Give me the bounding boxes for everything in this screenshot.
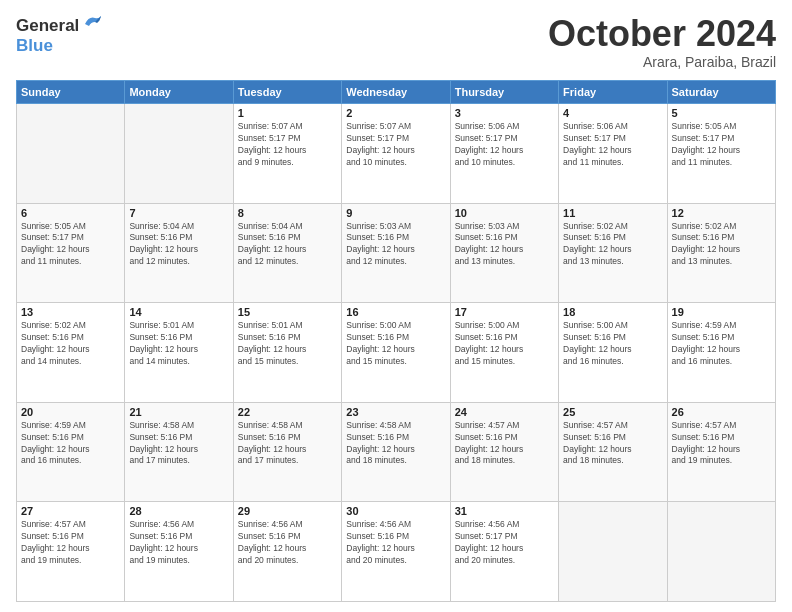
day-number: 12: [672, 207, 771, 219]
day-info: Sunrise: 4:56 AM Sunset: 5:17 PM Dayligh…: [455, 519, 554, 567]
calendar-cell: 12Sunrise: 5:02 AM Sunset: 5:16 PM Dayli…: [667, 203, 775, 303]
calendar-cell: 30Sunrise: 4:56 AM Sunset: 5:16 PM Dayli…: [342, 502, 450, 602]
day-info: Sunrise: 5:05 AM Sunset: 5:17 PM Dayligh…: [21, 221, 120, 269]
calendar-cell: 1Sunrise: 5:07 AM Sunset: 5:17 PM Daylig…: [233, 104, 341, 204]
day-number: 7: [129, 207, 228, 219]
calendar-header-row: SundayMondayTuesdayWednesdayThursdayFrid…: [17, 81, 776, 104]
day-number: 17: [455, 306, 554, 318]
day-info: Sunrise: 5:03 AM Sunset: 5:16 PM Dayligh…: [346, 221, 445, 269]
calendar-cell: 9Sunrise: 5:03 AM Sunset: 5:16 PM Daylig…: [342, 203, 450, 303]
day-info: Sunrise: 4:56 AM Sunset: 5:16 PM Dayligh…: [129, 519, 228, 567]
day-info: Sunrise: 5:01 AM Sunset: 5:16 PM Dayligh…: [129, 320, 228, 368]
logo-blue: Blue: [16, 36, 53, 56]
month-title: October 2024: [548, 16, 776, 52]
calendar-cell: 22Sunrise: 4:58 AM Sunset: 5:16 PM Dayli…: [233, 402, 341, 502]
day-info: Sunrise: 4:56 AM Sunset: 5:16 PM Dayligh…: [238, 519, 337, 567]
calendar-cell: 21Sunrise: 4:58 AM Sunset: 5:16 PM Dayli…: [125, 402, 233, 502]
day-info: Sunrise: 4:58 AM Sunset: 5:16 PM Dayligh…: [346, 420, 445, 468]
day-of-week-header: Friday: [559, 81, 667, 104]
day-info: Sunrise: 5:03 AM Sunset: 5:16 PM Dayligh…: [455, 221, 554, 269]
day-info: Sunrise: 5:06 AM Sunset: 5:17 PM Dayligh…: [455, 121, 554, 169]
day-number: 31: [455, 505, 554, 517]
calendar-cell: 14Sunrise: 5:01 AM Sunset: 5:16 PM Dayli…: [125, 303, 233, 403]
calendar-cell: 11Sunrise: 5:02 AM Sunset: 5:16 PM Dayli…: [559, 203, 667, 303]
day-info: Sunrise: 4:57 AM Sunset: 5:16 PM Dayligh…: [21, 519, 120, 567]
day-info: Sunrise: 5:06 AM Sunset: 5:17 PM Dayligh…: [563, 121, 662, 169]
day-number: 4: [563, 107, 662, 119]
day-of-week-header: Monday: [125, 81, 233, 104]
day-info: Sunrise: 5:01 AM Sunset: 5:16 PM Dayligh…: [238, 320, 337, 368]
calendar-cell: [17, 104, 125, 204]
calendar-cell: 2Sunrise: 5:07 AM Sunset: 5:17 PM Daylig…: [342, 104, 450, 204]
day-number: 18: [563, 306, 662, 318]
calendar-cell: [559, 502, 667, 602]
calendar-cell: 6Sunrise: 5:05 AM Sunset: 5:17 PM Daylig…: [17, 203, 125, 303]
calendar-cell: 28Sunrise: 4:56 AM Sunset: 5:16 PM Dayli…: [125, 502, 233, 602]
calendar-cell: 31Sunrise: 4:56 AM Sunset: 5:17 PM Dayli…: [450, 502, 558, 602]
day-number: 10: [455, 207, 554, 219]
day-info: Sunrise: 5:02 AM Sunset: 5:16 PM Dayligh…: [21, 320, 120, 368]
day-info: Sunrise: 5:00 AM Sunset: 5:16 PM Dayligh…: [346, 320, 445, 368]
calendar-table: SundayMondayTuesdayWednesdayThursdayFrid…: [16, 80, 776, 602]
day-number: 8: [238, 207, 337, 219]
day-info: Sunrise: 5:07 AM Sunset: 5:17 PM Dayligh…: [346, 121, 445, 169]
day-info: Sunrise: 4:57 AM Sunset: 5:16 PM Dayligh…: [455, 420, 554, 468]
calendar-cell: 29Sunrise: 4:56 AM Sunset: 5:16 PM Dayli…: [233, 502, 341, 602]
calendar-cell: 17Sunrise: 5:00 AM Sunset: 5:16 PM Dayli…: [450, 303, 558, 403]
calendar-week-row: 20Sunrise: 4:59 AM Sunset: 5:16 PM Dayli…: [17, 402, 776, 502]
day-number: 29: [238, 505, 337, 517]
day-number: 14: [129, 306, 228, 318]
day-number: 15: [238, 306, 337, 318]
calendar-week-row: 27Sunrise: 4:57 AM Sunset: 5:16 PM Dayli…: [17, 502, 776, 602]
day-info: Sunrise: 4:59 AM Sunset: 5:16 PM Dayligh…: [672, 320, 771, 368]
day-number: 22: [238, 406, 337, 418]
day-info: Sunrise: 5:00 AM Sunset: 5:16 PM Dayligh…: [455, 320, 554, 368]
calendar-cell: 5Sunrise: 5:05 AM Sunset: 5:17 PM Daylig…: [667, 104, 775, 204]
logo-bird-icon: [81, 14, 103, 34]
calendar-week-row: 6Sunrise: 5:05 AM Sunset: 5:17 PM Daylig…: [17, 203, 776, 303]
day-number: 13: [21, 306, 120, 318]
page: General Blue October 2024 Arara, Paraiba…: [0, 0, 792, 612]
day-info: Sunrise: 5:02 AM Sunset: 5:16 PM Dayligh…: [563, 221, 662, 269]
day-info: Sunrise: 5:04 AM Sunset: 5:16 PM Dayligh…: [238, 221, 337, 269]
day-number: 23: [346, 406, 445, 418]
calendar-cell: 8Sunrise: 5:04 AM Sunset: 5:16 PM Daylig…: [233, 203, 341, 303]
day-of-week-header: Thursday: [450, 81, 558, 104]
calendar-cell: 13Sunrise: 5:02 AM Sunset: 5:16 PM Dayli…: [17, 303, 125, 403]
calendar-cell: 3Sunrise: 5:06 AM Sunset: 5:17 PM Daylig…: [450, 104, 558, 204]
day-number: 6: [21, 207, 120, 219]
calendar-cell: 25Sunrise: 4:57 AM Sunset: 5:16 PM Dayli…: [559, 402, 667, 502]
title-block: October 2024 Arara, Paraiba, Brazil: [548, 16, 776, 70]
day-number: 2: [346, 107, 445, 119]
calendar-cell: 23Sunrise: 4:58 AM Sunset: 5:16 PM Dayli…: [342, 402, 450, 502]
calendar-cell: 24Sunrise: 4:57 AM Sunset: 5:16 PM Dayli…: [450, 402, 558, 502]
calendar-cell: 27Sunrise: 4:57 AM Sunset: 5:16 PM Dayli…: [17, 502, 125, 602]
logo: General Blue: [16, 16, 103, 56]
day-number: 20: [21, 406, 120, 418]
calendar-cell: 15Sunrise: 5:01 AM Sunset: 5:16 PM Dayli…: [233, 303, 341, 403]
calendar-cell: 7Sunrise: 5:04 AM Sunset: 5:16 PM Daylig…: [125, 203, 233, 303]
day-info: Sunrise: 4:57 AM Sunset: 5:16 PM Dayligh…: [672, 420, 771, 468]
day-number: 11: [563, 207, 662, 219]
calendar-cell: 4Sunrise: 5:06 AM Sunset: 5:17 PM Daylig…: [559, 104, 667, 204]
logo-general: General: [16, 16, 79, 36]
day-info: Sunrise: 4:57 AM Sunset: 5:16 PM Dayligh…: [563, 420, 662, 468]
day-number: 3: [455, 107, 554, 119]
day-number: 5: [672, 107, 771, 119]
header: General Blue October 2024 Arara, Paraiba…: [16, 16, 776, 70]
day-number: 25: [563, 406, 662, 418]
day-number: 1: [238, 107, 337, 119]
calendar-cell: 26Sunrise: 4:57 AM Sunset: 5:16 PM Dayli…: [667, 402, 775, 502]
calendar-cell: 18Sunrise: 5:00 AM Sunset: 5:16 PM Dayli…: [559, 303, 667, 403]
day-info: Sunrise: 5:05 AM Sunset: 5:17 PM Dayligh…: [672, 121, 771, 169]
location: Arara, Paraiba, Brazil: [548, 54, 776, 70]
day-info: Sunrise: 5:02 AM Sunset: 5:16 PM Dayligh…: [672, 221, 771, 269]
day-info: Sunrise: 4:59 AM Sunset: 5:16 PM Dayligh…: [21, 420, 120, 468]
calendar-cell: 16Sunrise: 5:00 AM Sunset: 5:16 PM Dayli…: [342, 303, 450, 403]
day-info: Sunrise: 5:04 AM Sunset: 5:16 PM Dayligh…: [129, 221, 228, 269]
calendar-cell: 19Sunrise: 4:59 AM Sunset: 5:16 PM Dayli…: [667, 303, 775, 403]
calendar-week-row: 13Sunrise: 5:02 AM Sunset: 5:16 PM Dayli…: [17, 303, 776, 403]
calendar-cell: 20Sunrise: 4:59 AM Sunset: 5:16 PM Dayli…: [17, 402, 125, 502]
day-number: 24: [455, 406, 554, 418]
day-info: Sunrise: 5:07 AM Sunset: 5:17 PM Dayligh…: [238, 121, 337, 169]
